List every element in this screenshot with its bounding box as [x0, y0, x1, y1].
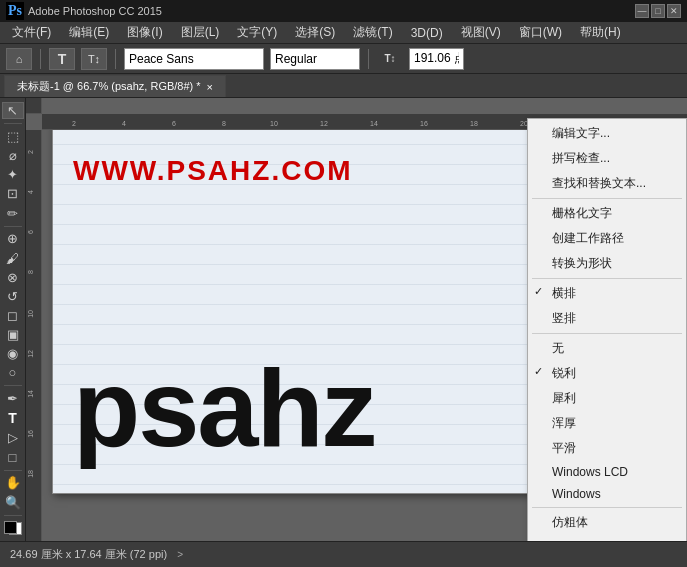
- ctx-sep-2: [532, 278, 682, 279]
- menu-file[interactable]: 文件(F): [4, 22, 59, 43]
- ruler-v-num-18: 18: [27, 470, 34, 478]
- menu-layer[interactable]: 图层(L): [173, 22, 228, 43]
- color-swatch[interactable]: [4, 521, 22, 535]
- status-dimensions: 24.69 厘米 x 17.64 厘米 (72 ppi): [10, 547, 167, 562]
- ctx-sep-3: [532, 333, 682, 334]
- ruler-v-num-4: 4: [27, 190, 34, 194]
- ruler-h-num-18: 18: [470, 120, 478, 127]
- sep-1: [40, 49, 41, 69]
- menu-image[interactable]: 图像(I): [119, 22, 170, 43]
- tab-close-button[interactable]: ×: [207, 81, 213, 93]
- ps-icon: Ps: [6, 2, 24, 20]
- brush-tool[interactable]: 🖌: [2, 249, 24, 266]
- menu-filter[interactable]: 滤镜(T): [345, 22, 400, 43]
- text-orient-h-button[interactable]: T: [49, 48, 75, 70]
- ctx-none[interactable]: 无: [528, 336, 686, 361]
- menu-select[interactable]: 选择(S): [287, 22, 343, 43]
- menu-bar: 文件(F) 编辑(E) 图像(I) 图层(L) 文字(Y) 选择(S) 滤镜(T…: [0, 22, 687, 44]
- tool-sep-2: [4, 226, 22, 227]
- ruler-h-num-12: 12: [320, 120, 328, 127]
- ctx-vertical[interactable]: 竖排: [528, 306, 686, 331]
- sep-2: [115, 49, 116, 69]
- move-tool[interactable]: ↖: [2, 102, 24, 119]
- zoom-tool[interactable]: 🔍: [2, 494, 24, 511]
- hand-tool[interactable]: ✋: [2, 474, 24, 491]
- ruler-h-num-2: 2: [72, 120, 76, 127]
- ctx-edit-text[interactable]: 编辑文字...: [528, 121, 686, 146]
- gradient-tool[interactable]: ▣: [2, 326, 24, 343]
- title-bar-text: Adobe Photoshop CC 2015: [28, 5, 162, 17]
- ctx-sep-1: [532, 198, 682, 199]
- ctx-windows[interactable]: Windows: [528, 483, 686, 505]
- ctx-faux-bold[interactable]: 仿粗体: [528, 510, 686, 535]
- document-tab[interactable]: 未标题-1 @ 66.7% (psahz, RGB/8#) * ×: [4, 75, 226, 97]
- ctx-windows-lcd[interactable]: Windows LCD: [528, 461, 686, 483]
- menu-view[interactable]: 视图(V): [453, 22, 509, 43]
- text-tool[interactable]: T: [2, 409, 24, 427]
- history-brush-tool[interactable]: ↺: [2, 288, 24, 305]
- canvas-area: 2 4 6 8 10 12 14 16 18 20 2 4 6 8 10 12 …: [26, 98, 687, 541]
- home-button[interactable]: ⌂: [6, 48, 32, 70]
- close-button[interactable]: ✕: [667, 4, 681, 18]
- text-orient-v-button[interactable]: T↕: [81, 48, 107, 70]
- sep-3: [368, 49, 369, 69]
- foreground-color: [4, 521, 17, 534]
- ruler-v-num-2: 2: [27, 150, 34, 154]
- ruler-h-num-14: 14: [370, 120, 378, 127]
- pen-tool[interactable]: ✒: [2, 390, 24, 407]
- ruler-h-num-4: 4: [122, 120, 126, 127]
- clone-tool[interactable]: ⊗: [2, 269, 24, 286]
- menu-window[interactable]: 窗口(W): [511, 22, 570, 43]
- eyedropper-tool[interactable]: ✏: [2, 204, 24, 221]
- ctx-horizontal[interactable]: 横排: [528, 281, 686, 306]
- main-area: ↖ ⬚ ⌀ ✦ ⊡ ✏ ⊕ 🖌 ⊗ ↺ ◻ ▣ ◉ ○ ✒ T ▷ □ ✋ 🔍: [0, 98, 687, 541]
- ruler-h-num-6: 6: [172, 120, 176, 127]
- eraser-tool[interactable]: ◻: [2, 307, 24, 324]
- menu-text[interactable]: 文字(Y): [229, 22, 285, 43]
- ruler-v-num-14: 14: [27, 390, 34, 398]
- ctx-rasterize[interactable]: 栅格化文字: [528, 201, 686, 226]
- maximize-button[interactable]: □: [651, 4, 665, 18]
- ctx-find-replace[interactable]: 查找和替换文本...: [528, 171, 686, 196]
- ctx-crisp[interactable]: 犀利: [528, 386, 686, 411]
- menu-3d[interactable]: 3D(D): [403, 22, 451, 43]
- ctx-strong[interactable]: 浑厚: [528, 411, 686, 436]
- path-select-tool[interactable]: ▷: [2, 429, 24, 446]
- heal-tool[interactable]: ⊕: [2, 230, 24, 247]
- minimize-button[interactable]: —: [635, 4, 649, 18]
- ctx-sharp[interactable]: 锐利: [528, 361, 686, 386]
- quick-select-tool[interactable]: ✦: [2, 166, 24, 183]
- menu-help[interactable]: 帮助(H): [572, 22, 629, 43]
- ctx-spell-check[interactable]: 拼写检查...: [528, 146, 686, 171]
- ruler-v-num-12: 12: [27, 350, 34, 358]
- ctx-convert-shape[interactable]: 转换为形状: [528, 251, 686, 276]
- ruler-v-num-8: 8: [27, 270, 34, 274]
- lasso-tool[interactable]: ⌀: [2, 147, 24, 164]
- title-bar-controls[interactable]: — □ ✕: [635, 4, 681, 18]
- tab-label: 未标题-1 @ 66.7% (psahz, RGB/8#) *: [17, 79, 201, 94]
- canvas-main-text: psahz: [73, 353, 375, 463]
- options-bar: ⌂ T T↕ T↕: [0, 44, 687, 74]
- blur-tool[interactable]: ◉: [2, 345, 24, 362]
- tool-sep-1: [4, 123, 22, 124]
- context-menu: 编辑文字... 拼写检查... 查找和替换文本... 栅格化文字 创建工作路径 …: [527, 118, 687, 541]
- crop-tool[interactable]: ⊡: [2, 185, 24, 202]
- ruler-v-num-6: 6: [27, 230, 34, 234]
- dodge-tool[interactable]: ○: [2, 364, 24, 381]
- ctx-faux-italic[interactable]: 仿斜体: [528, 535, 686, 541]
- ctx-smooth[interactable]: 平滑: [528, 436, 686, 461]
- font-style-input[interactable]: [270, 48, 360, 70]
- status-bar: 24.69 厘米 x 17.64 厘米 (72 ppi) >: [0, 541, 687, 567]
- ctx-create-path[interactable]: 创建工作路径: [528, 226, 686, 251]
- menu-edit[interactable]: 编辑(E): [61, 22, 117, 43]
- canvas-document: WWW.PSAHZ.COM psahz: [52, 124, 552, 494]
- status-arrow[interactable]: >: [177, 549, 183, 560]
- title-bar: Ps Adobe Photoshop CC 2015 — □ ✕: [0, 0, 687, 22]
- marquee-tool[interactable]: ⬚: [2, 128, 24, 145]
- font-name-input[interactable]: [124, 48, 264, 70]
- tab-bar: 未标题-1 @ 66.7% (psahz, RGB/8#) * ×: [0, 74, 687, 98]
- font-size-input[interactable]: [409, 48, 464, 70]
- shape-tool[interactable]: □: [2, 449, 24, 466]
- ctx-sep-4: [532, 507, 682, 508]
- ruler-h-num-16: 16: [420, 120, 428, 127]
